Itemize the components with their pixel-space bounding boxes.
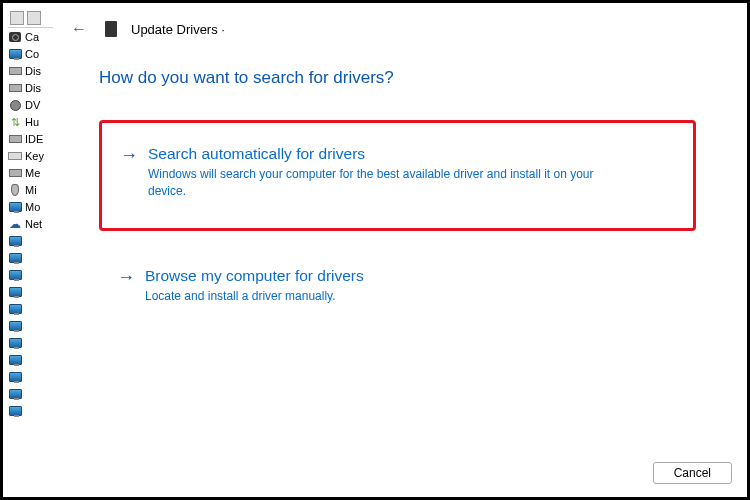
device-icon (105, 21, 117, 37)
tree-item (8, 335, 58, 351)
tree-item: Mi (8, 182, 58, 198)
option-search-automatically[interactable]: → Search automatically for drivers Windo… (99, 120, 696, 231)
tree-item (8, 386, 58, 402)
tree-item: ☁Net (8, 216, 58, 232)
device-tree-background: Ca Co Dis Dis DV ⇅Hu IDE Key Me Mi Mo ☁N… (8, 8, 58, 488)
tree-item: Ca (8, 29, 58, 45)
tree-item (8, 250, 58, 266)
tree-item: Key (8, 148, 58, 164)
tree-item: ⇅Hu (8, 114, 58, 130)
arrow-right-icon: → (120, 145, 138, 200)
tree-item: DV (8, 97, 58, 113)
tree-item: Dis (8, 63, 58, 79)
tree-item: Mo (8, 199, 58, 215)
tree-item (8, 301, 58, 317)
dialog-header: ← Update Drivers · (53, 8, 742, 48)
tree-item: IDE (8, 131, 58, 147)
tree-item (8, 369, 58, 385)
tree-item (8, 403, 58, 419)
option-description: Windows will search your computer for th… (148, 166, 628, 200)
tree-item (8, 352, 58, 368)
option-description: Locate and install a driver manually. (145, 288, 625, 305)
arrow-right-icon: → (117, 267, 135, 305)
option-browse-computer[interactable]: → Browse my computer for drivers Locate … (99, 253, 696, 319)
tree-item (8, 233, 58, 249)
back-arrow-icon[interactable]: ← (67, 18, 91, 40)
tree-item: Dis (8, 80, 58, 96)
tree-toolbar (8, 8, 58, 28)
tree-item: Co (8, 46, 58, 62)
dialog-body: How do you want to search for drivers? →… (53, 48, 742, 454)
tree-item (8, 267, 58, 283)
option-title: Search automatically for drivers (148, 145, 675, 163)
cancel-button[interactable]: Cancel (653, 462, 732, 484)
tree-item (8, 284, 58, 300)
option-title: Browse my computer for drivers (145, 267, 678, 285)
tree-item: Me (8, 165, 58, 181)
tree-item (8, 318, 58, 334)
dialog-heading: How do you want to search for drivers? (99, 68, 696, 88)
update-drivers-dialog: ← Update Drivers · How do you want to se… (53, 8, 742, 492)
dialog-title: Update Drivers · (131, 22, 225, 37)
dialog-footer: Cancel (53, 454, 742, 492)
